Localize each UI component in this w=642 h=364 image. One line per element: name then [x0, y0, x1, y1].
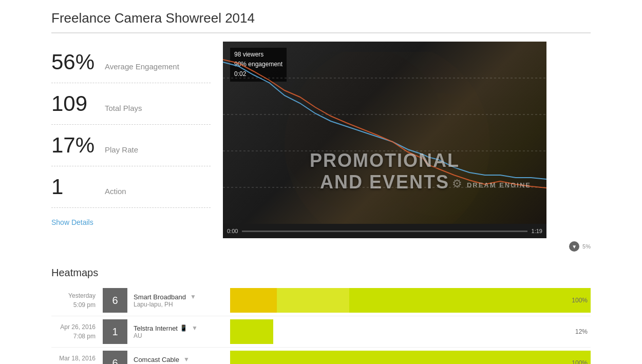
heatmap-expand-3[interactable]: ▼: [183, 356, 190, 363]
heatmap-location-1: Lapu-lapu, PH: [134, 301, 224, 308]
video-container: 98 viewers 90% engagement 0:02: [223, 42, 591, 252]
bar-accent-1: [230, 288, 277, 313]
action-value: 1: [51, 175, 98, 199]
action-label: Action: [105, 187, 126, 196]
bar-mid-1: [277, 288, 349, 313]
show-details-link[interactable]: Show Details: [51, 218, 93, 226]
heatmap-bar-1: 100%: [230, 288, 591, 313]
heatmap-expand-1[interactable]: ▼: [190, 293, 196, 300]
heatmap-row-3: Mar 18, 2016 1:53 am 6 Comcast Cable ▼ U…: [51, 348, 591, 364]
heatmap-info-3: Comcast Cable ▼ United States: [127, 356, 230, 365]
heatmap-date-3: Mar 18, 2016 1:53 am: [51, 354, 103, 364]
page-title: Freelance Camera Showreel 2014: [51, 10, 591, 33]
drop-icon: ▼: [572, 244, 577, 250]
five-percent-label: 5%: [582, 243, 591, 250]
heatmap-expand-2[interactable]: ▼: [192, 324, 198, 332]
main-content: 56% Average Engagement 109 Total Plays 1…: [51, 42, 591, 252]
heatmap-provider-2: Telstra Internet 📱 ▼: [134, 324, 224, 332]
plays-value: 109: [51, 91, 98, 116]
heatmap-bar-2: 12%: [230, 319, 591, 344]
video-controls: 0:00 1:19: [223, 224, 546, 238]
video-tooltip: 98 viewers 90% engagement 0:02: [230, 48, 287, 82]
time-start: 0:00: [227, 228, 238, 234]
engagement-label: Average Engagement: [105, 62, 179, 71]
heatmap-date-1: Yesterday 5:09 pm: [51, 291, 103, 310]
play-rate-value: 17%: [51, 133, 98, 158]
heatmap-row-1: Yesterday 5:09 pm 6 Smart Broadband ▼ La…: [51, 285, 591, 316]
bar-main-2: [230, 319, 273, 344]
logo-area: ⚙ DREAM ENGINE: [452, 177, 531, 190]
drop-indicator: ▼ 5%: [223, 241, 591, 252]
stats-panel: 56% Average Engagement 109 Total Plays 1…: [51, 42, 211, 252]
video-overlay-text: PROMOTIONAL AND EVENTS: [310, 150, 460, 193]
heatmap-percent-1: 100%: [572, 297, 588, 304]
heatmap-count-1: 6: [103, 288, 127, 313]
engagement-value: 56%: [51, 50, 98, 74]
heatmap-info-2: Telstra Internet 📱 ▼ AU: [127, 324, 230, 339]
tooltip-time: 0:02: [234, 69, 282, 79]
heatmaps-title: Heatmaps: [51, 267, 591, 279]
heatmap-count-3: 6: [103, 351, 127, 364]
stat-plays: 109 Total Plays: [51, 83, 211, 125]
heatmap-provider-3: Comcast Cable ▼: [134, 356, 224, 363]
plays-label: Total Plays: [105, 104, 142, 112]
gear-icon: ⚙: [452, 177, 462, 190]
play-rate-label: Play Rate: [105, 145, 138, 154]
drop-circle: ▼: [569, 241, 579, 252]
progress-bar[interactable]: [242, 231, 527, 232]
logo-text: DREAM ENGINE: [467, 181, 531, 189]
heatmap-percent-3: 100%: [572, 359, 588, 364]
heatmap-bar-3: 100%: [230, 351, 591, 364]
overlay-line2: AND EVENTS: [310, 171, 460, 193]
bar-main-1: [349, 288, 591, 313]
stat-play-rate: 17% Play Rate: [51, 125, 211, 166]
mobile-icon-2: 📱: [180, 324, 187, 332]
video-wrapper: 98 viewers 90% engagement 0:02: [223, 42, 591, 252]
bar-main-3: [230, 351, 591, 364]
page-container: Freelance Camera Showreel 2014 56% Avera…: [0, 0, 642, 364]
video-thumbnail[interactable]: 98 viewers 90% engagement 0:02: [223, 42, 546, 224]
stat-engagement: 56% Average Engagement: [51, 42, 211, 83]
tooltip-engagement: 90% engagement: [234, 60, 282, 69]
heatmap-percent-2: 12%: [575, 328, 588, 335]
stat-action: 1 Action: [51, 166, 211, 208]
heatmap-location-2: AU: [134, 332, 224, 339]
heatmap-provider-1: Smart Broadband ▼: [134, 293, 224, 301]
heatmap-count-2: 1: [103, 319, 127, 344]
overlay-line1: PROMOTIONAL: [310, 150, 460, 171]
heatmaps-section: Heatmaps Yesterday 5:09 pm 6 Smart Broad…: [51, 267, 591, 364]
heatmap-info-1: Smart Broadband ▼ Lapu-lapu, PH: [127, 293, 230, 308]
heatmap-row-2: Apr 26, 2016 7:08 pm 1 Telstra Internet …: [51, 316, 591, 348]
heatmap-date-2: Apr 26, 2016 7:08 pm: [51, 322, 103, 341]
tooltip-viewers: 98 viewers: [234, 50, 282, 60]
time-end: 1:19: [532, 228, 542, 234]
